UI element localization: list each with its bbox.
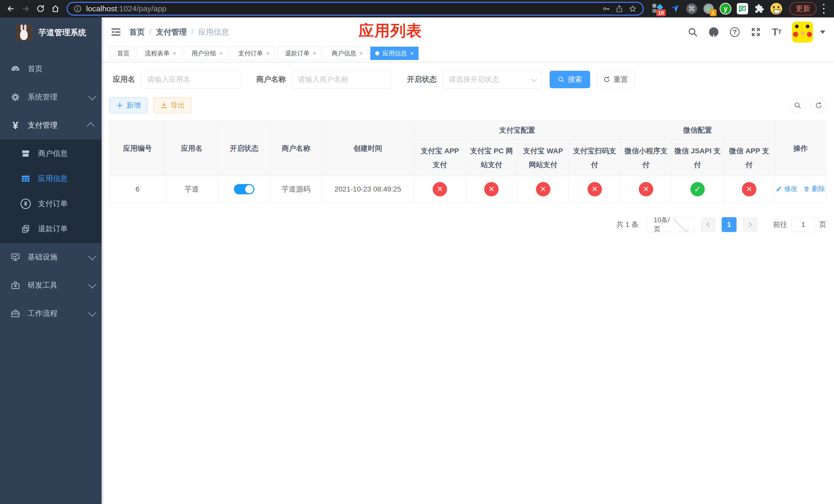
app-name-input[interactable] (141, 70, 240, 89)
col-group-wechat: 微信配置 (620, 121, 775, 140)
fullscreen-icon[interactable] (750, 26, 762, 38)
sidebar-item-home[interactable]: 首页 (0, 55, 102, 83)
url-text[interactable]: localhost:1024/pay/app (86, 4, 597, 13)
browser-menu-icon[interactable] (823, 4, 825, 14)
sidebar-item-workflow[interactable]: 工作流程 (0, 299, 102, 328)
sidebar-item-system[interactable]: 系统管理 (0, 83, 102, 111)
table-grid-icon (20, 174, 31, 183)
col-header-actions: 操作 (775, 121, 826, 176)
github-icon[interactable] (708, 26, 720, 38)
user-avatar[interactable] (792, 22, 813, 43)
browser-profile-avatar[interactable] (770, 3, 782, 15)
delete-link[interactable]: 删除 (804, 184, 825, 193)
extension-y-icon[interactable]: y (720, 3, 731, 15)
status-cross-icon (588, 182, 602, 197)
chevron-down-icon (531, 76, 537, 82)
briefcase-icon (10, 308, 21, 318)
add-button[interactable]: 新增 (109, 97, 148, 113)
sidebar-item-app-info[interactable]: 应用信息 (0, 166, 102, 191)
sidebar-item-label: 系统管理 (28, 92, 89, 102)
browser-forward-icon[interactable] (20, 3, 32, 15)
breadcrumb-payment[interactable]: 支付管理 (156, 27, 187, 38)
address-bar[interactable]: localhost:1024/pay/app (67, 2, 644, 16)
open-status-select[interactable]: 请选择开启状态 (442, 70, 542, 89)
edit-pencil-icon (776, 186, 782, 192)
extension-badge: 10 (656, 9, 666, 16)
sidebar-item-label: 工作流程 (28, 308, 89, 319)
cell-app-id: 6 (110, 176, 166, 202)
page-annotation-title: 应用列表 (358, 21, 422, 41)
app-logo[interactable]: 芋道管理系统 (0, 18, 102, 48)
extensions-puzzle-icon[interactable] (753, 3, 765, 15)
browser-reload-icon[interactable] (35, 3, 47, 15)
search-button[interactable]: 搜索 (550, 71, 590, 88)
trash-icon (804, 186, 810, 192)
font-size-icon[interactable]: TT (771, 26, 783, 38)
tab-merchant-info[interactable]: 商户信息 (324, 47, 368, 60)
tab-app-info[interactable]: 应用信息 (370, 47, 419, 60)
col-header-wechat-app: 微信 APP 支付 (723, 140, 775, 176)
tab-close-icon[interactable] (410, 50, 414, 56)
tab-close-icon[interactable] (173, 50, 176, 56)
status-cross-icon (433, 182, 447, 197)
help-icon[interactable]: ? (729, 26, 741, 38)
cell-actions: 修改 删除 (775, 176, 826, 202)
tab-process-form[interactable]: 流程表单 (137, 47, 181, 60)
header-search-icon[interactable] (687, 26, 699, 38)
next-page-button[interactable] (743, 217, 758, 232)
col-header-create-time: 创建时间 (322, 121, 414, 176)
site-info-icon[interactable] (73, 4, 83, 14)
tab-pay-orders[interactable]: 支付订单 (230, 47, 275, 60)
tab-user-group[interactable]: 用户分组 (184, 47, 228, 60)
extension-kite-icon[interactable] (669, 3, 681, 15)
extension-chat-icon[interactable] (737, 3, 748, 15)
col-header-app-id: 应用编号 (110, 121, 166, 176)
share-icon[interactable] (614, 4, 624, 14)
tab-close-icon[interactable] (359, 50, 363, 56)
cell-create-time: 2021-10-23 08:49:25 (322, 176, 414, 202)
export-button[interactable]: 导出 (153, 97, 192, 113)
extension-command-icon[interactable]: ⌘ (686, 3, 698, 15)
extension-dot-icon[interactable]: 1 (703, 3, 715, 15)
merchant-name-input[interactable] (291, 70, 391, 89)
prev-page-button[interactable] (701, 217, 716, 232)
tab-refund-orders[interactable]: 退款订单 (277, 47, 321, 60)
cell-app-name: 芋道 (166, 176, 218, 202)
password-key-icon[interactable] (601, 4, 611, 14)
browser-update-button[interactable]: 更新 (789, 2, 816, 15)
reset-button[interactable]: 重置 (596, 71, 635, 88)
sidebar-item-payment[interactable]: ¥ 支付管理 (0, 111, 102, 139)
sidebar-item-pay-orders[interactable]: ¥ 支付订单 (0, 191, 102, 216)
tab-close-icon[interactable] (313, 50, 316, 56)
goto-page-input[interactable] (791, 217, 815, 232)
bookmark-star-icon[interactable] (628, 4, 638, 14)
main-area: 应用列表 首页 / 支付管理 / 应用信息 ? (102, 18, 834, 504)
user-menu-caret-icon[interactable] (820, 30, 825, 34)
refresh-icon (815, 101, 822, 109)
sidebar-item-infrastructure[interactable]: 基础设施 (0, 243, 102, 271)
sidebar-item-label: 支付管理 (28, 120, 89, 131)
sidebar-fold-icon[interactable] (110, 26, 122, 38)
refresh-table-button[interactable] (811, 98, 826, 113)
browser-home-icon[interactable] (49, 3, 62, 15)
tab-home[interactable]: 首页 (109, 47, 134, 60)
chevron-down-icon (88, 253, 96, 260)
toggle-search-button[interactable] (790, 98, 805, 113)
sidebar-item-refund-orders[interactable]: 退款订单 (0, 216, 102, 242)
current-page-button[interactable]: 1 (722, 217, 737, 232)
goto-label: 前往 (773, 220, 787, 229)
sidebar-item-dev-tools[interactable]: 研发工具 (0, 271, 102, 299)
extension-blocks-icon[interactable]: 10 (652, 3, 664, 15)
col-header-alipay-scan: 支付宝扫码支付 (569, 140, 620, 176)
col-header-wechat-mini: 微信小程序支付 (620, 140, 672, 176)
app-title: 芋道管理系统 (39, 27, 86, 38)
browser-back-icon[interactable] (5, 3, 17, 15)
edit-link[interactable]: 修改 (776, 184, 797, 193)
page-size-select[interactable]: 10条/页 (647, 217, 695, 232)
sidebar-item-label: 退款订单 (38, 224, 68, 234)
sidebar-item-merchant-info[interactable]: 商户信息 (0, 141, 102, 166)
tab-close-icon[interactable] (219, 50, 223, 56)
breadcrumb-home[interactable]: 首页 (129, 27, 145, 38)
status-toggle[interactable] (234, 184, 255, 194)
tab-close-icon[interactable] (266, 50, 269, 56)
